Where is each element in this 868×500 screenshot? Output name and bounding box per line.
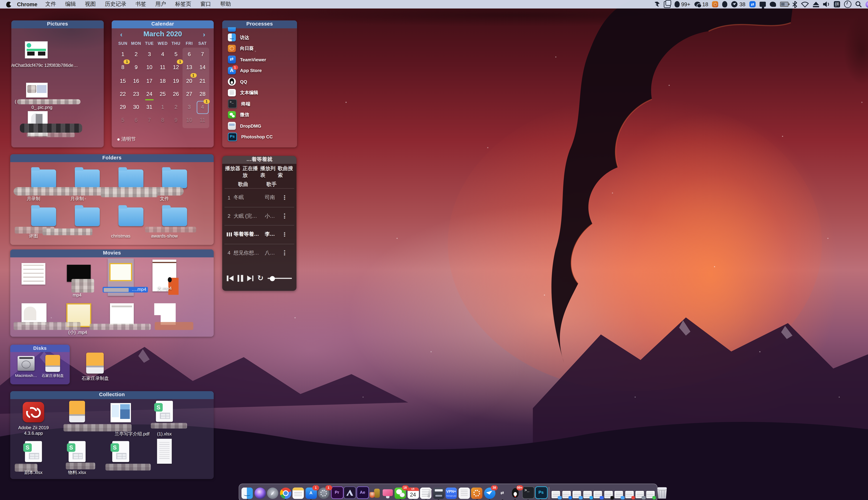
external-disk-icon[interactable] (86, 353, 104, 374)
calendar-day-26[interactable]: 26 (169, 88, 182, 102)
minimized-window-2[interactable] (562, 488, 571, 500)
pdf-thumbnail[interactable] (111, 403, 131, 422)
process-item-QQ[interactable]: QQ (228, 77, 295, 86)
movie-thumbnail[interactable] (22, 263, 45, 285)
xlsx-file-icon[interactable] (25, 441, 42, 462)
movie-thumbnail[interactable] (154, 303, 176, 325)
adobe-cc-icon[interactable] (23, 402, 44, 422)
calendar-day-8[interactable]: 8 (156, 115, 169, 128)
minimized-window-3[interactable] (572, 488, 582, 500)
process-item-DropDMG[interactable]: DropDMG (228, 121, 295, 130)
selected-movie-label[interactable]: ….mp4 (103, 287, 148, 293)
calendar-day-7[interactable]: 7 (196, 49, 209, 62)
dock-app-launchpad[interactable] (266, 487, 279, 500)
file-label[interactable]: Adobe Zii 2019 4.3.6.app (12, 425, 55, 436)
dock-app-siri[interactable] (254, 487, 266, 500)
disk-label[interactable]: 石家庄录制盘 (40, 373, 66, 378)
dock-app-wechat[interactable]: 18 (394, 487, 407, 500)
external-disk-icon[interactable] (45, 355, 60, 372)
dock-app-textedit[interactable] (420, 487, 432, 500)
minimized-window-1[interactable] (551, 488, 561, 500)
dock-app-finder[interactable] (241, 487, 254, 500)
calendar-day-18[interactable]: 18 (156, 75, 169, 88)
process-item-向日葵[interactable]: 向日葵 (228, 44, 295, 53)
folder-icon[interactable] (31, 169, 56, 188)
calendar-day-2[interactable]: 2 (129, 49, 143, 62)
dock-app-qq[interactable]: 99+ (509, 487, 522, 500)
calendar-day-30[interactable]: 30 (129, 102, 143, 115)
document-icon[interactable] (157, 439, 172, 464)
dock-app-calendar[interactable]: 3月24 (407, 487, 420, 500)
calendar-day-9[interactable]: 9 (169, 115, 182, 128)
menu-item-窗口[interactable]: 窗口 (196, 1, 216, 7)
movie-label[interactable]: mp4 (57, 293, 97, 298)
menu-item-用户[interactable]: 用户 (151, 1, 170, 7)
pinyin-input-icon-wrap[interactable]: 拼 (834, 1, 840, 8)
dingtalk-status-icon-wrap[interactable]: 38 (732, 1, 745, 8)
calendar-day-14[interactable]: 14 (196, 62, 209, 75)
folder-icon[interactable] (162, 169, 187, 188)
folder-icon[interactable] (118, 169, 144, 188)
calendar-day-8[interactable]: 81 (116, 62, 129, 75)
minimized-window-5[interactable] (594, 488, 603, 500)
folder-icon[interactable] (162, 207, 187, 226)
folder-icon[interactable] (75, 207, 100, 226)
calendar-day-9[interactable]: 9 (129, 62, 143, 75)
folder-label[interactable]: 评图 (13, 234, 54, 239)
calendar-day-25[interactable]: 25 (156, 88, 169, 102)
calendar-prev-button[interactable]: ‹ (120, 31, 122, 38)
active-app-name[interactable]: Chrome (17, 1, 37, 8)
dock-app-printer[interactable] (432, 487, 445, 500)
pause-button[interactable] (237, 275, 243, 282)
calendar-day-20[interactable]: 201 (183, 75, 196, 88)
dock-app-adobe-dark[interactable] (343, 487, 356, 500)
calendar-day-10[interactable]: 10 (143, 62, 156, 75)
minimized-window-8[interactable] (625, 488, 634, 500)
process-item-访达[interactable]: 访达 (228, 33, 295, 42)
process-item-微信[interactable]: 微信 (228, 110, 295, 119)
menu-item-视图[interactable]: 视图 (80, 1, 100, 7)
song-menu-icon[interactable]: ▪▪▪ (282, 250, 287, 255)
picture-thumbnail[interactable] (26, 83, 48, 98)
menu-item-文件[interactable]: 文件 (41, 1, 60, 7)
previous-button[interactable] (227, 275, 233, 281)
file-label[interactable]: 物料.xlsx (56, 470, 98, 475)
teamviewer-status-icon-wrap[interactable]: ⇄ (750, 1, 756, 8)
calendar-day-17[interactable]: 17 (143, 75, 156, 88)
calendar-day-4[interactable]: 41 (196, 102, 209, 115)
calendar-day-24[interactable]: 24 (143, 88, 156, 102)
player-tab-正在播放[interactable]: 正在播放 (243, 166, 260, 179)
calendar-day-12[interactable]: 121 (169, 62, 182, 75)
picture-label[interactable]: 0_.pic.png (11, 105, 78, 110)
movie-label[interactable]: (小) .mp4 (57, 330, 99, 335)
calendar-day-4[interactable]: 4 (156, 49, 169, 62)
volume-icon-wrap[interactable] (823, 1, 830, 8)
disk-label[interactable]: 石家庄录制盘 (75, 376, 115, 381)
next-button[interactable] (247, 275, 253, 281)
folder-label[interactable]: 文件 (144, 196, 185, 202)
minimized-window-6[interactable] (604, 488, 613, 500)
calendar-next-button[interactable]: › (203, 31, 205, 38)
folder-icon[interactable] (118, 207, 144, 226)
player-tab-播放器[interactable]: 播放器 (225, 166, 242, 179)
eject-icon-wrap[interactable] (813, 1, 819, 7)
calendar-day-11[interactable]: 11 (156, 62, 169, 75)
calendar-day-10[interactable]: 10 (183, 115, 196, 128)
folder-icon[interactable] (75, 169, 100, 188)
calendar-day-29[interactable]: 29 (116, 102, 129, 115)
wechat-status-icon-wrap[interactable]: 18 (694, 1, 708, 8)
calendar-day-23[interactable]: 23 (129, 88, 143, 102)
apple-menu-icon[interactable] (6, 1, 11, 7)
process-item-App Store[interactable]: 1App Store (228, 66, 295, 75)
calendar-day-5[interactable]: 5 (116, 115, 129, 128)
movie-thumbnail[interactable] (22, 303, 47, 325)
player-tab-歌曲搜索[interactable]: 歌曲搜索 (278, 166, 295, 179)
minimized-window-9[interactable] (635, 488, 645, 500)
dock-app-cocktail[interactable] (368, 487, 381, 500)
calendar-day-3[interactable]: 3 (183, 102, 196, 115)
dock-app-premiere[interactable]: Pr (330, 487, 343, 500)
menu-item-帮助[interactable]: 帮助 (216, 1, 236, 7)
dock-app-terminal[interactable]: >_ (522, 487, 534, 500)
dock-app-sunflower[interactable] (470, 487, 483, 500)
calendar-day-2[interactable]: 2 (169, 102, 182, 115)
